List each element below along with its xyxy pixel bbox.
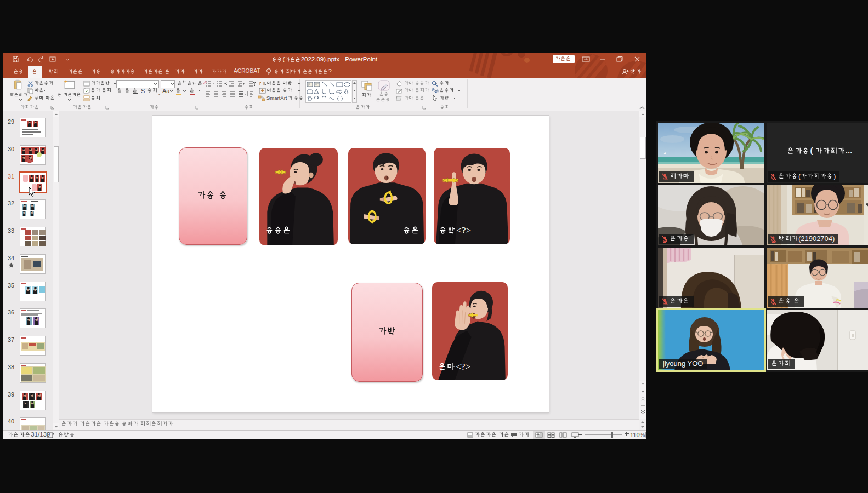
svg-text:(21902704): (21902704) xyxy=(798,235,835,243)
svg-text:29: 29 xyxy=(8,119,14,125)
svg-text:jiyoung YOO: jiyoung YOO xyxy=(663,360,703,368)
svg-text:2022.09).pptx - PowerPoint: 2022.09).pptx - PowerPoint xyxy=(301,56,378,62)
svg-text:<?>: <?> xyxy=(456,362,470,372)
svg-text:40: 40 xyxy=(8,419,14,425)
svg-text:(: ( xyxy=(810,147,813,155)
svg-text:31: 31 xyxy=(8,174,14,180)
svg-text:36: 36 xyxy=(8,309,14,316)
svg-text:(: ( xyxy=(798,173,801,180)
svg-text:38: 38 xyxy=(8,364,14,370)
svg-text:39: 39 xyxy=(8,392,14,398)
svg-text:34: 34 xyxy=(8,255,14,261)
svg-text:35: 35 xyxy=(8,283,14,289)
svg-text:(: ( xyxy=(283,56,285,62)
svg-text:?: ? xyxy=(328,68,331,74)
svg-text:...: ... xyxy=(846,147,852,155)
svg-text:ACROBAT: ACROBAT xyxy=(234,68,260,74)
svg-text:33: 33 xyxy=(8,228,14,234)
svg-text:37: 37 xyxy=(8,337,14,343)
svg-text:30: 30 xyxy=(8,146,14,152)
svg-text:<?>: <?> xyxy=(456,226,471,236)
svg-text:): ) xyxy=(833,173,836,180)
svg-text:32: 32 xyxy=(8,200,14,207)
svg-text:SmartArt: SmartArt xyxy=(266,95,287,101)
